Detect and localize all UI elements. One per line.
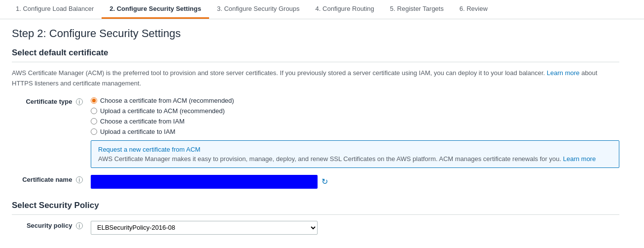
description-text-part1: AWS Certificate Manager (ACM) is the pre… <box>12 69 545 77</box>
wizard-step-1[interactable]: 1. Configure Load Balancer <box>8 0 102 19</box>
radio-acm-upload-input[interactable] <box>91 108 97 114</box>
radio-acm-choose-label: Choose a certificate from ACM (recommend… <box>100 97 234 104</box>
radio-iam-upload-label: Upload a certificate to IAM <box>100 128 175 135</box>
security-policy-control: ELBSecurityPolicy-2016-08ELBSecurityPoli… <box>91 221 619 235</box>
certificate-section: Select default certificate AWS Certifica… <box>12 48 619 189</box>
certificate-name-control: ↻ <box>91 175 619 189</box>
acm-info-learn-more-link[interactable]: Learn more <box>563 155 596 163</box>
radio-iam-upload[interactable]: Upload a certificate to IAM <box>91 128 619 135</box>
cert-name-row: ↻ <box>91 175 619 189</box>
radio-acm-choose-input[interactable] <box>91 97 97 104</box>
page-title: Step 2: Configure Security Settings <box>12 27 619 40</box>
radio-iam-choose-input[interactable] <box>91 118 97 124</box>
certificate-type-radio-group: Choose a certificate from ACM (recommend… <box>91 97 619 135</box>
acm-info-box-text: AWS Certificate Manager makes it easy to… <box>98 155 612 163</box>
wizard-nav: 1. Configure Load Balancer 2. Configure … <box>0 0 644 19</box>
radio-iam-upload-input[interactable] <box>91 128 97 135</box>
certificate-type-label: Certificate type i <box>12 97 91 106</box>
acm-info-box: Request a new certificate from ACM AWS C… <box>91 140 619 168</box>
main-content: Step 2: Configure Security Settings Sele… <box>0 19 631 248</box>
certificate-type-control: Choose a certificate from ACM (recommend… <box>91 97 619 168</box>
radio-iam-choose[interactable]: Choose a certificate from IAM <box>91 118 619 125</box>
security-policy-section-title: Select Security Policy <box>12 201 619 215</box>
certificate-name-label: Certificate name i <box>12 175 91 184</box>
radio-acm-choose[interactable]: Choose a certificate from ACM (recommend… <box>91 97 619 104</box>
certificate-name-value-bar <box>91 175 318 189</box>
certificate-learn-more-link[interactable]: Learn more <box>547 69 579 77</box>
certificate-type-info-icon[interactable]: i <box>76 98 83 105</box>
acm-request-link[interactable]: Request a new certificate from ACM <box>98 146 200 153</box>
wizard-step-3[interactable]: 3. Configure Security Groups <box>209 0 308 19</box>
radio-acm-upload[interactable]: Upload a certificate to ACM (recommended… <box>91 107 619 115</box>
wizard-step-2[interactable]: 2. Configure Security Settings <box>102 0 209 19</box>
certificate-name-info-icon[interactable]: i <box>76 176 83 183</box>
acm-info-box-title: Request a new certificate from ACM <box>98 146 612 153</box>
refresh-icon[interactable]: ↻ <box>322 177 328 186</box>
security-policy-label: Security policy i <box>12 221 91 230</box>
wizard-step-4[interactable]: 4. Configure Routing <box>308 0 382 19</box>
certificate-section-title: Select default certificate <box>12 48 619 62</box>
certificate-description: AWS Certificate Manager (ACM) is the pre… <box>12 68 619 89</box>
acm-info-text-part1: AWS Certificate Manager makes it easy to… <box>98 155 561 163</box>
security-policy-section: Select Security Policy Security policy i… <box>12 201 619 235</box>
certificate-type-row: Certificate type i Choose a certificate … <box>12 97 619 168</box>
security-policy-row: Security policy i ELBSecurityPolicy-2016… <box>12 221 619 235</box>
wizard-step-6[interactable]: 6. Review <box>452 0 496 19</box>
security-policy-select[interactable]: ELBSecurityPolicy-2016-08ELBSecurityPoli… <box>91 221 318 235</box>
security-policy-info-icon[interactable]: i <box>76 222 83 229</box>
certificate-name-row: Certificate name i ↻ <box>12 175 619 189</box>
radio-iam-choose-label: Choose a certificate from IAM <box>100 118 184 125</box>
radio-acm-upload-label: Upload a certificate to ACM (recommended… <box>100 107 225 115</box>
wizard-step-5[interactable]: 5. Register Targets <box>382 0 452 19</box>
